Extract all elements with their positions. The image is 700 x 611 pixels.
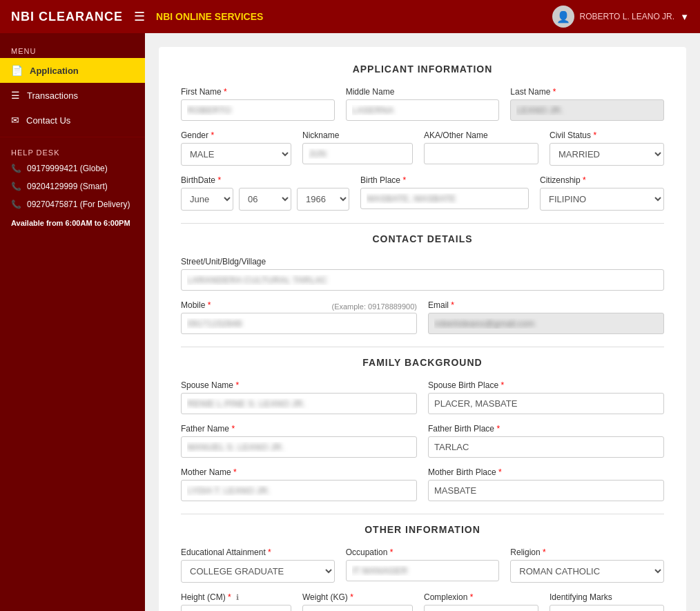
row-physical: Height (CM) * ℹ Weight (KG) * Complexion… xyxy=(181,592,664,611)
row-gender-nickname: Gender * MALE FEMALE Nickname AKA/Other … xyxy=(181,130,664,166)
main-content: APPLICANT INFORMATION First Name * Middl… xyxy=(145,33,700,611)
gender-label: Gender * xyxy=(181,130,291,140)
weight-input[interactable] xyxy=(302,605,413,611)
transactions-icon: ☰ xyxy=(11,90,20,101)
group-weight: Weight (KG) * xyxy=(302,592,413,611)
phone-icon-1: 📞 xyxy=(11,164,21,173)
birthdate-row: June 06 1966 xyxy=(181,188,349,211)
avatar: 👤 xyxy=(552,6,574,28)
birthplace-label: Birth Place * xyxy=(360,175,529,185)
group-education: Educational Attainment * ELEMENTARY HIGH… xyxy=(181,547,335,583)
occupation-label: Occupation * xyxy=(346,547,500,557)
spouse-name-label: Spouse Name * xyxy=(181,380,417,390)
group-street: Street/Unit/Bldg/Village xyxy=(181,257,664,291)
aka-label: AKA/Other Name xyxy=(424,130,538,140)
contact-icon: ✉ xyxy=(11,115,19,126)
first-name-input[interactable] xyxy=(181,99,335,121)
help-desk-label: HELP DESK xyxy=(0,142,145,159)
row-education: Educational Attainment * ELEMENTARY HIGH… xyxy=(181,547,664,583)
group-birthdate: BirthDate * June 06 1966 xyxy=(181,175,349,211)
section-family-title: FAMILY BACKGROUND xyxy=(181,357,664,368)
row-father: Father Name * Father Birth Place * xyxy=(181,424,664,458)
aka-input[interactable] xyxy=(424,143,538,164)
mother-name-input[interactable] xyxy=(181,480,417,501)
street-input[interactable] xyxy=(181,269,664,291)
group-last-name: Last Name * xyxy=(510,87,664,121)
section-other-title: OTHER INFORMATION xyxy=(181,524,664,535)
occupation-input[interactable] xyxy=(346,560,500,581)
navbar-brand: NBI CLEARANCE xyxy=(11,10,123,24)
row-birthdate: BirthDate * June 06 1966 Birth xyxy=(181,175,664,211)
email-input[interactable] xyxy=(428,313,664,334)
birthdate-label: BirthDate * xyxy=(181,175,349,185)
group-mother-name: Mother Name * xyxy=(181,467,417,501)
birthplace-input[interactable] xyxy=(360,188,529,209)
civil-status-select[interactable]: SINGLE MARRIED WIDOWED SEPARATED xyxy=(550,143,664,166)
section-applicant-title: APPLICANT INFORMATION xyxy=(181,64,664,75)
navbar-username: ROBERTO L. LEANO JR. xyxy=(580,12,675,21)
help-phone-delivery: 📞 09270475871 (For Delivery) xyxy=(0,195,145,213)
spouse-birthplace-input[interactable] xyxy=(428,393,664,414)
navbar: NBI CLEARANCE ☰ NBI ONLINE SERVICES 👤 RO… xyxy=(0,0,700,33)
contact-divider xyxy=(181,223,664,224)
other-divider xyxy=(181,514,664,514)
group-mobile: Mobile * (Example: 09178889900) xyxy=(181,300,417,334)
mobile-input[interactable] xyxy=(181,313,417,334)
row-names: First Name * Middle Name Last Name * xyxy=(181,87,664,121)
row-street: Street/Unit/Bldg/Village xyxy=(181,257,664,291)
mother-birthplace-label: Mother Birth Place * xyxy=(428,467,664,477)
mother-name-label: Mother Name * xyxy=(181,467,417,477)
phone-icon-2: 📞 xyxy=(11,182,21,191)
spouse-name-input[interactable] xyxy=(181,393,417,414)
sidebar-item-contact-us[interactable]: ✉ Contact Us xyxy=(0,108,145,133)
group-father-name: Father Name * xyxy=(181,424,417,458)
nickname-input[interactable] xyxy=(302,143,413,164)
family-divider xyxy=(181,347,664,347)
menu-icon[interactable]: ☰ xyxy=(134,9,145,24)
navbar-dropdown-icon[interactable]: ▼ xyxy=(680,12,689,22)
middle-name-input[interactable] xyxy=(346,99,500,121)
father-birthplace-input[interactable] xyxy=(428,436,664,458)
religion-select[interactable]: ROMAN CATHOLIC PROTESTANT ISLAM OTHERS xyxy=(510,560,664,583)
sidebar-label-transactions: Transactions xyxy=(27,90,78,101)
complexion-select[interactable]: BROWN FAIR DARK LIGHT xyxy=(424,605,538,611)
mother-birthplace-input[interactable] xyxy=(428,480,664,501)
sidebar-divider xyxy=(0,137,145,137)
religion-label: Religion * xyxy=(510,547,664,557)
mobile-label: Mobile * xyxy=(181,300,211,310)
group-height: Height (CM) * ℹ xyxy=(181,592,291,611)
group-email: Email * xyxy=(428,300,664,334)
sidebar-item-application[interactable]: 📄 Application xyxy=(0,58,145,83)
application-icon: 📄 xyxy=(11,65,23,76)
help-phone-smart: 📞 09204129999 (Smart) xyxy=(0,177,145,195)
identifying-marks-label: Identifying Marks xyxy=(550,592,664,602)
complexion-label: Complexion * xyxy=(424,592,538,602)
navbar-left: NBI CLEARANCE ☰ NBI ONLINE SERVICES xyxy=(11,9,263,24)
group-gender: Gender * MALE FEMALE xyxy=(181,130,291,166)
group-mother-birthplace: Mother Birth Place * xyxy=(428,467,664,501)
education-select[interactable]: ELEMENTARY HIGH SCHOOL VOCATIONAL COLLEG… xyxy=(181,560,335,583)
height-input[interactable] xyxy=(181,605,291,611)
last-name-input[interactable] xyxy=(510,99,664,121)
group-civil-status: Civil Status * SINGLE MARRIED WIDOWED SE… xyxy=(550,130,664,166)
birth-year-select[interactable]: 1966 xyxy=(297,188,349,211)
sidebar-label-application: Application xyxy=(30,66,79,76)
birth-day-select[interactable]: 06 xyxy=(239,188,291,211)
civil-status-label: Civil Status * xyxy=(550,130,664,140)
section-contact-title: CONTACT DETAILS xyxy=(181,233,664,244)
identifying-marks-input[interactable] xyxy=(550,605,664,611)
birth-month-select[interactable]: June xyxy=(181,188,233,211)
height-info-icon[interactable]: ℹ xyxy=(236,593,239,601)
father-name-input[interactable] xyxy=(181,436,417,458)
mobile-example: (Example: 09178889900) xyxy=(331,302,417,311)
citizenship-select[interactable]: FILIPINO DUAL CITIZEN FOREIGNER xyxy=(540,188,664,211)
phone-icon-3: 📞 xyxy=(11,200,21,209)
row-spouse: Spouse Name * Spouse Birth Place * xyxy=(181,380,664,414)
gender-select[interactable]: MALE FEMALE xyxy=(181,143,291,166)
menu-label: MENU xyxy=(0,40,145,58)
sidebar-item-transactions[interactable]: ☰ Transactions xyxy=(0,83,145,108)
nickname-label: Nickname xyxy=(302,130,413,140)
spouse-birthplace-label: Spouse Birth Place * xyxy=(428,380,664,390)
form-card: APPLICANT INFORMATION First Name * Middl… xyxy=(159,47,686,611)
middle-name-label: Middle Name xyxy=(346,87,500,97)
